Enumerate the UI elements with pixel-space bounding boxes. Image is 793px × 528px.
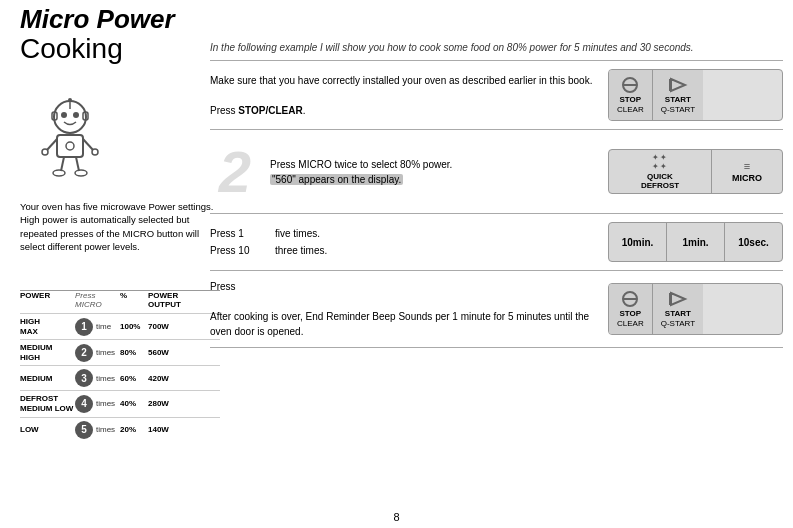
start-button-2[interactable]: START Q-START xyxy=(653,284,703,334)
oven-description: Your oven has five microwave Power setti… xyxy=(20,200,215,253)
times-defrost: 4 times xyxy=(75,395,120,413)
step-2-text: Press MICRO twice to select 80% power. "… xyxy=(270,157,598,187)
left-column: Micro Power Cooking xyxy=(10,0,220,520)
timer-1min-button[interactable]: 1min. xyxy=(667,223,725,261)
step-2: 2 Press MICRO twice to select 80% power.… xyxy=(210,129,783,213)
svg-point-2 xyxy=(73,112,79,118)
times-medhigh: 2 times xyxy=(75,344,120,362)
col-power: POWER xyxy=(20,291,75,309)
power-row-medhigh: MEDIUMHIGH 2 times 80% 560W xyxy=(20,339,220,365)
watts-defrost: 280W xyxy=(148,399,208,408)
stop-clear-button-1[interactable]: STOP CLEAR xyxy=(609,70,653,120)
svg-point-16 xyxy=(75,170,87,176)
times-label-med: times xyxy=(96,374,115,383)
timer-10sec-button[interactable]: 10sec. xyxy=(725,223,782,261)
svg-line-11 xyxy=(83,139,93,150)
title-block: Micro Power Cooking xyxy=(10,0,220,69)
step-1-text: Make sure that you have correctly instal… xyxy=(210,73,598,118)
svg-point-4 xyxy=(68,98,72,102)
start-label-2: START xyxy=(665,309,691,318)
watts-low: 140W xyxy=(148,425,208,434)
svg-point-8 xyxy=(66,142,74,150)
main-content: Make sure that you have correctly instal… xyxy=(210,60,783,508)
svg-point-1 xyxy=(61,112,67,118)
step-2-micro-text: Press MICRO twice to select 80% power. xyxy=(270,159,452,170)
num-1: 1 xyxy=(75,318,93,336)
times-high: 1 time xyxy=(75,318,120,336)
pct-medhigh: 80% xyxy=(120,348,148,357)
power-row-low: LOW 5 times 20% 140W xyxy=(20,417,220,442)
title-micro-power: Micro Power xyxy=(20,5,210,34)
qstart-label-2: Q-START xyxy=(661,319,695,328)
title-micro: Micro Power xyxy=(20,4,175,34)
svg-marker-23 xyxy=(671,293,685,305)
watts-high: 700W xyxy=(148,322,208,331)
start-label-1: START xyxy=(665,95,691,104)
clear-label-2: CLEAR xyxy=(617,319,644,328)
micro-button[interactable]: ≡ MICRO xyxy=(712,150,782,193)
power-table-header: POWER PressMICRO % POWEROUTPUT xyxy=(20,290,220,311)
step-1-press: Press STOP/CLEAR. xyxy=(210,105,305,116)
micro-icon: ≡ xyxy=(744,160,750,172)
svg-point-15 xyxy=(53,170,65,176)
svg-point-10 xyxy=(42,149,48,155)
step-1-button: STOP CLEAR START Q-START xyxy=(608,69,783,121)
stop-clear-icon-2 xyxy=(619,290,641,308)
col-micro: PressMICRO xyxy=(75,291,120,309)
num-2: 2 xyxy=(75,344,93,362)
page: Micro Power Cooking xyxy=(0,0,793,528)
timer-panel: 10min. 1min. 10sec. xyxy=(608,222,783,262)
step-4-press: Press xyxy=(210,281,236,292)
press-10-value: three times. xyxy=(275,243,598,258)
col-output: POWEROUTPUT xyxy=(148,291,208,309)
press-grid: Press 1 five times. Press 10 three times… xyxy=(210,226,598,258)
times-label-medhigh: times xyxy=(96,348,115,357)
times-label-low: times xyxy=(96,425,115,434)
level-med: MEDIUM xyxy=(20,374,75,384)
stop-label-2: STOP xyxy=(620,309,642,318)
stop-clear-button-2[interactable]: STOP CLEAR xyxy=(609,284,653,334)
step-4-after-text: After cooking is over, End Reminder Beep… xyxy=(210,311,589,337)
micro-label: MICRO xyxy=(732,173,762,183)
step-1-stop-clear: STOP/CLEAR xyxy=(238,105,302,116)
stop-label-1: STOP xyxy=(620,95,642,104)
bottom-border xyxy=(210,347,783,348)
level-defrost: DEFROSTMEDIUM LOW xyxy=(20,394,75,413)
level-medhigh: MEDIUMHIGH xyxy=(20,343,75,362)
stop-start-panel-2: STOP CLEAR START Q-START xyxy=(608,283,783,335)
svg-point-12 xyxy=(92,149,98,155)
quick-defrost-button[interactable]: ✦✦✦✦ QUICKDEFROST xyxy=(609,150,712,193)
step-1-text-content: Make sure that you have correctly instal… xyxy=(210,75,592,86)
step-1: Make sure that you have correctly instal… xyxy=(210,60,783,129)
step-1-inner: Make sure that you have correctly instal… xyxy=(210,69,783,121)
svg-marker-19 xyxy=(671,79,685,91)
step-4: Press After cooking is over, End Reminde… xyxy=(210,270,783,347)
title-cooking: Cooking xyxy=(20,34,210,65)
power-row-high: HIGHMAX 1 time 100% 700W xyxy=(20,313,220,339)
qstart-label-1: Q-START xyxy=(661,105,695,114)
step-3-text: Press 1 five times. Press 10 three times… xyxy=(210,226,598,258)
defrost-micro-panel: ✦✦✦✦ QUICKDEFROST ≡ MICRO xyxy=(608,149,783,194)
pct-high: 100% xyxy=(120,322,148,331)
start-icon-2 xyxy=(667,290,689,308)
timer-10min-button[interactable]: 10min. xyxy=(609,223,667,261)
step-4-button: STOP CLEAR START Q-START xyxy=(608,283,783,335)
num-5: 5 xyxy=(75,421,93,439)
start-icon-1 xyxy=(667,76,689,94)
level-low: LOW xyxy=(20,425,75,435)
start-button-1[interactable]: START Q-START xyxy=(653,70,703,120)
press-1-value: five times. xyxy=(275,226,598,241)
stop-clear-icon-1 xyxy=(619,76,641,94)
mascot-illustration xyxy=(25,95,115,185)
level-high: HIGHMAX xyxy=(20,317,75,336)
times-label-high: time xyxy=(96,322,111,331)
step-2-inner: 2 Press MICRO twice to select 80% power.… xyxy=(210,138,783,205)
step-4-inner: Press After cooking is over, End Reminde… xyxy=(210,279,783,339)
step-3-button: 10min. 1min. 10sec. xyxy=(608,222,783,262)
svg-line-14 xyxy=(76,157,79,171)
step-2-button: ✦✦✦✦ QUICKDEFROST ≡ MICRO xyxy=(608,149,783,194)
num-3: 3 xyxy=(75,369,93,387)
col-pct: % xyxy=(120,291,148,309)
step-2-display-text: "560" appears on the display. xyxy=(270,174,403,185)
times-low: 5 times xyxy=(75,421,120,439)
